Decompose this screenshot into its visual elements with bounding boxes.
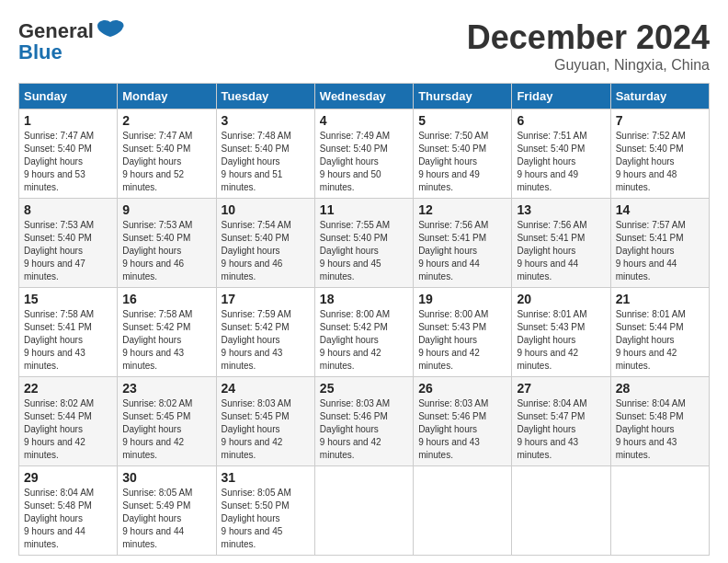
calendar-table: SundayMondayTuesdayWednesdayThursdayFrid… — [18, 83, 710, 556]
calendar-day-cell: 27 Sunrise: 8:04 AM Sunset: 5:47 PM Dayl… — [512, 377, 610, 466]
calendar-day-cell: 13 Sunrise: 7:56 AM Sunset: 5:41 PM Dayl… — [512, 199, 610, 288]
day-number: 8 — [24, 202, 112, 217]
day-number: 11 — [320, 202, 408, 217]
day-info: Sunrise: 7:58 AM Sunset: 5:41 PM Dayligh… — [24, 308, 112, 373]
day-number: 12 — [418, 202, 506, 217]
day-number: 26 — [418, 381, 506, 396]
calendar-day-cell — [414, 466, 512, 556]
day-info: Sunrise: 7:58 AM Sunset: 5:42 PM Dayligh… — [122, 308, 210, 373]
logo: General Blue — [18, 18, 125, 64]
day-number: 28 — [616, 381, 704, 396]
month-title: December 2024 — [467, 18, 710, 57]
day-info: Sunrise: 8:01 AM Sunset: 5:43 PM Dayligh… — [517, 308, 605, 373]
day-number: 21 — [616, 292, 704, 306]
calendar-day-cell: 2 Sunrise: 7:47 AM Sunset: 5:40 PM Dayli… — [118, 109, 216, 199]
calendar-day-cell: 9 Sunrise: 7:53 AM Sunset: 5:40 PM Dayli… — [118, 199, 216, 288]
day-number: 2 — [122, 113, 210, 128]
day-info: Sunrise: 7:54 AM Sunset: 5:40 PM Dayligh… — [222, 219, 310, 283]
day-info: Sunrise: 8:00 AM Sunset: 5:42 PM Dayligh… — [320, 308, 408, 373]
day-info: Sunrise: 8:04 AM Sunset: 5:47 PM Dayligh… — [517, 397, 605, 462]
day-number: 16 — [122, 292, 210, 306]
calendar-day-cell: 16 Sunrise: 7:58 AM Sunset: 5:42 PM Dayl… — [118, 288, 216, 377]
calendar-day-cell: 20 Sunrise: 8:01 AM Sunset: 5:43 PM Dayl… — [512, 288, 610, 377]
title-section: December 2024 Guyuan, Ningxia, China — [467, 18, 710, 74]
calendar-day-cell: 31 Sunrise: 8:05 AM Sunset: 5:50 PM Dayl… — [216, 466, 314, 556]
calendar-day-cell: 22 Sunrise: 8:02 AM Sunset: 5:44 PM Dayl… — [19, 377, 118, 466]
day-number: 27 — [517, 381, 605, 396]
calendar-day-cell: 10 Sunrise: 7:54 AM Sunset: 5:40 PM Dayl… — [216, 199, 314, 288]
day-number: 18 — [320, 292, 408, 306]
day-info: Sunrise: 7:53 AM Sunset: 5:40 PM Dayligh… — [122, 219, 210, 283]
day-number: 31 — [222, 470, 310, 485]
day-number: 24 — [222, 381, 310, 396]
calendar-week-row: 1 Sunrise: 7:47 AM Sunset: 5:40 PM Dayli… — [19, 109, 710, 199]
day-info: Sunrise: 8:04 AM Sunset: 5:48 PM Dayligh… — [24, 487, 112, 551]
calendar-day-cell: 29 Sunrise: 8:04 AM Sunset: 5:48 PM Dayl… — [19, 466, 118, 556]
day-info: Sunrise: 7:56 AM Sunset: 5:41 PM Dayligh… — [418, 219, 506, 283]
day-number: 17 — [222, 292, 310, 306]
day-number: 4 — [320, 113, 408, 128]
calendar-day-cell: 4 Sunrise: 7:49 AM Sunset: 5:40 PM Dayli… — [314, 109, 413, 199]
day-number: 3 — [222, 113, 310, 128]
calendar-header-cell: Wednesday — [314, 84, 413, 109]
day-number: 6 — [517, 113, 605, 128]
day-info: Sunrise: 7:51 AM Sunset: 5:40 PM Dayligh… — [517, 130, 605, 194]
day-number: 22 — [24, 381, 112, 396]
day-number: 25 — [320, 381, 408, 396]
day-info: Sunrise: 7:55 AM Sunset: 5:40 PM Dayligh… — [320, 219, 408, 283]
calendar-header-cell: Monday — [118, 84, 216, 109]
day-info: Sunrise: 7:56 AM Sunset: 5:41 PM Dayligh… — [517, 219, 605, 283]
calendar-day-cell: 12 Sunrise: 7:56 AM Sunset: 5:41 PM Dayl… — [414, 199, 512, 288]
day-info: Sunrise: 8:03 AM Sunset: 5:46 PM Dayligh… — [418, 397, 506, 462]
calendar-header-cell: Tuesday — [216, 84, 314, 109]
location: Guyuan, Ningxia, China — [467, 57, 710, 74]
day-number: 14 — [616, 202, 704, 217]
calendar-day-cell — [512, 466, 610, 556]
calendar-header-cell: Sunday — [19, 84, 118, 109]
calendar-day-cell: 21 Sunrise: 8:01 AM Sunset: 5:44 PM Dayl… — [610, 288, 709, 377]
calendar-day-cell: 8 Sunrise: 7:53 AM Sunset: 5:40 PM Dayli… — [19, 199, 118, 288]
calendar-day-cell: 7 Sunrise: 7:52 AM Sunset: 5:40 PM Dayli… — [610, 109, 709, 199]
day-info: Sunrise: 7:57 AM Sunset: 5:41 PM Dayligh… — [616, 219, 704, 283]
day-info: Sunrise: 8:04 AM Sunset: 5:48 PM Dayligh… — [616, 397, 704, 462]
day-info: Sunrise: 7:53 AM Sunset: 5:40 PM Dayligh… — [24, 219, 112, 283]
calendar-week-row: 29 Sunrise: 8:04 AM Sunset: 5:48 PM Dayl… — [19, 466, 710, 556]
calendar-header-cell: Friday — [512, 84, 610, 109]
day-info: Sunrise: 7:47 AM Sunset: 5:40 PM Dayligh… — [24, 130, 112, 194]
day-info: Sunrise: 8:00 AM Sunset: 5:43 PM Dayligh… — [418, 308, 506, 373]
calendar-day-cell: 25 Sunrise: 8:03 AM Sunset: 5:46 PM Dayl… — [314, 377, 413, 466]
calendar-day-cell: 6 Sunrise: 7:51 AM Sunset: 5:40 PM Dayli… — [512, 109, 610, 199]
calendar-day-cell: 18 Sunrise: 8:00 AM Sunset: 5:42 PM Dayl… — [314, 288, 413, 377]
calendar-day-cell: 3 Sunrise: 7:48 AM Sunset: 5:40 PM Dayli… — [216, 109, 314, 199]
day-number: 20 — [517, 292, 605, 306]
day-number: 19 — [418, 292, 506, 306]
day-number: 30 — [122, 470, 210, 485]
calendar-day-cell: 14 Sunrise: 7:57 AM Sunset: 5:41 PM Dayl… — [610, 199, 709, 288]
calendar-day-cell — [314, 466, 413, 556]
logo-bird-icon — [96, 18, 125, 44]
day-number: 10 — [222, 202, 310, 217]
calendar-day-cell: 24 Sunrise: 8:03 AM Sunset: 5:45 PM Dayl… — [216, 377, 314, 466]
day-number: 13 — [517, 202, 605, 217]
calendar-header-row: SundayMondayTuesdayWednesdayThursdayFrid… — [19, 84, 710, 109]
calendar-day-cell: 11 Sunrise: 7:55 AM Sunset: 5:40 PM Dayl… — [314, 199, 413, 288]
day-info: Sunrise: 7:47 AM Sunset: 5:40 PM Dayligh… — [122, 130, 210, 194]
calendar-day-cell: 23 Sunrise: 8:02 AM Sunset: 5:45 PM Dayl… — [118, 377, 216, 466]
day-info: Sunrise: 8:02 AM Sunset: 5:44 PM Dayligh… — [24, 397, 112, 462]
calendar-day-cell: 28 Sunrise: 8:04 AM Sunset: 5:48 PM Dayl… — [610, 377, 709, 466]
day-info: Sunrise: 7:59 AM Sunset: 5:42 PM Dayligh… — [222, 308, 310, 373]
day-number: 1 — [24, 113, 112, 128]
calendar-week-row: 22 Sunrise: 8:02 AM Sunset: 5:44 PM Dayl… — [19, 377, 710, 466]
day-info: Sunrise: 8:03 AM Sunset: 5:46 PM Dayligh… — [320, 397, 408, 462]
calendar-header-cell: Saturday — [610, 84, 709, 109]
day-info: Sunrise: 8:05 AM Sunset: 5:50 PM Dayligh… — [222, 487, 310, 551]
day-info: Sunrise: 8:05 AM Sunset: 5:49 PM Dayligh… — [122, 487, 210, 551]
calendar-week-row: 15 Sunrise: 7:58 AM Sunset: 5:41 PM Dayl… — [19, 288, 710, 377]
page-header: General Blue December 2024 Guyuan, Ningx… — [18, 18, 710, 74]
day-info: Sunrise: 7:50 AM Sunset: 5:40 PM Dayligh… — [418, 130, 506, 194]
day-info: Sunrise: 8:01 AM Sunset: 5:44 PM Dayligh… — [616, 308, 704, 373]
day-info: Sunrise: 7:49 AM Sunset: 5:40 PM Dayligh… — [320, 130, 408, 194]
calendar-day-cell: 1 Sunrise: 7:47 AM Sunset: 5:40 PM Dayli… — [19, 109, 118, 199]
day-number: 5 — [418, 113, 506, 128]
day-number: 7 — [616, 113, 704, 128]
